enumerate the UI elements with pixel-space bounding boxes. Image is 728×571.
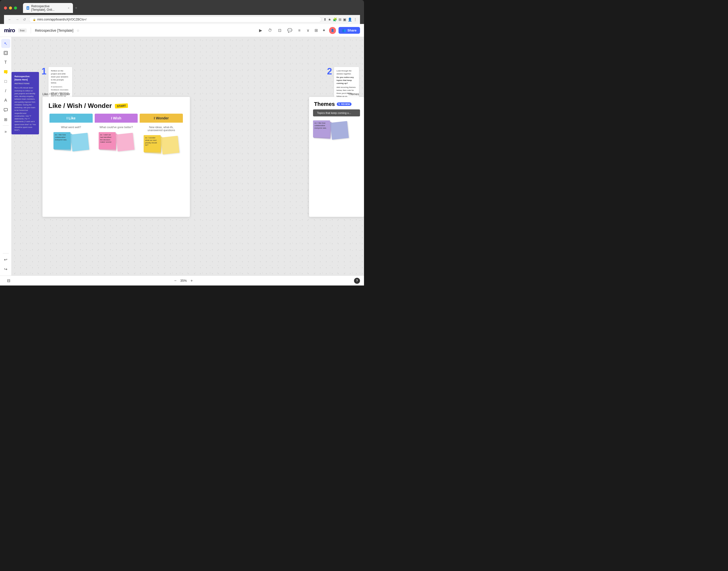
redo-btn[interactable]: ↪ xyxy=(1,264,10,273)
main-board: Like / Wish / Wonder START I Like I Wish… xyxy=(42,97,190,217)
chat-btn[interactable]: 💬 xyxy=(286,27,293,34)
tab-close-btn[interactable]: × xyxy=(68,6,70,9)
sidebar-toggle-icon[interactable]: ▣ xyxy=(343,17,346,21)
left-panel-title: Retrospective: [Name Here] xyxy=(14,75,36,81)
themes-label: Themes xyxy=(348,92,359,96)
wonder-stickies: ex: I wonder what our next priority shou… xyxy=(144,135,179,157)
profile-icon[interactable]: 👤 xyxy=(348,17,352,21)
traffic-light-yellow[interactable] xyxy=(9,6,12,9)
comment-tool[interactable] xyxy=(1,105,10,114)
play-btn[interactable]: ▶ xyxy=(258,27,263,34)
notes-btn[interactable]: ≡ xyxy=(297,27,302,34)
col-header-like: I Like xyxy=(49,114,93,123)
bookmark-icon[interactable]: ★ xyxy=(328,17,331,21)
col-like-subtitle: What went well? xyxy=(54,126,89,129)
user-avatar[interactable]: 👤 xyxy=(329,27,336,34)
col-wish-subtitle: What could've gone better? xyxy=(99,126,134,129)
cursor-share-btn[interactable]: ✦ xyxy=(321,27,326,34)
step2-number: 2 xyxy=(327,67,332,76)
address-bar[interactable]: 🔒 miro.com/app/board/uXjVOCZBCIs=/ xyxy=(29,16,321,22)
help-btn[interactable]: ? xyxy=(354,278,360,284)
zoom-in-btn[interactable]: + xyxy=(191,278,193,283)
tab-favicon: M xyxy=(26,6,29,10)
screen-share-btn[interactable]: ⊡ xyxy=(277,27,282,34)
new-tab-btn[interactable]: + xyxy=(75,6,77,10)
canvas[interactable]: Retrospective: [Name Here] Instructions … xyxy=(11,37,364,275)
header-tools-center: ▶ ⏱ ⊡ 💬 ≡ ∨ xyxy=(258,27,311,34)
board-main-title: Like / Wish / Wonder xyxy=(48,102,112,110)
shape-tool[interactable]: □ xyxy=(1,77,10,86)
start-badge: START xyxy=(115,103,128,108)
wish-sticky-group: ex: I wish we had identified the decisio… xyxy=(99,132,124,154)
themes-title-area: Themes ↻ REVIEW xyxy=(309,97,364,109)
app-area: miro free Retrospective [Template] ☆ ▶ ⏱… xyxy=(0,24,364,286)
traffic-light-green[interactable] xyxy=(14,6,17,9)
active-tab[interactable]: M Retrospective [Template], Onli... × xyxy=(23,3,73,13)
zoom-out-btn[interactable]: − xyxy=(174,278,176,283)
wish-sticky-text: ex: I wish we had identified the decisio… xyxy=(100,134,114,143)
extension-puzzle-icon[interactable]: 🧩 xyxy=(333,17,337,21)
wonder-sticky-front: ex: I wonder what our next priority shou… xyxy=(144,135,161,152)
wish-sticky-front: ex: I wish we had identified the decisio… xyxy=(99,132,116,149)
crop-tool[interactable]: ⊞ xyxy=(1,115,10,124)
left-panel-subtitle: Instructions xyxy=(14,82,36,85)
filter-btn[interactable]: ⊞ xyxy=(314,27,319,34)
toolbar-sep1 xyxy=(3,125,9,126)
review-text: REVIEW xyxy=(341,103,350,105)
eraser-tool[interactable]: A xyxy=(1,96,10,105)
share-icon-inner: 👥 xyxy=(342,28,346,32)
cursor-tool[interactable]: ↖ xyxy=(1,39,10,48)
step2-bold: Do you notice any topics that keep comin… xyxy=(336,76,356,85)
undo-btn[interactable]: ↩ xyxy=(1,255,10,264)
svg-rect-0 xyxy=(4,51,7,55)
wonder-sticky-group: ex: I wonder what our next priority shou… xyxy=(144,135,169,157)
bottom-bar: ⊟ − 35% + ? xyxy=(0,275,364,286)
more-tools-btn[interactable]: ∨ xyxy=(306,27,311,34)
review-icon: ↻ xyxy=(338,103,340,105)
themes-sticky-row: ex: I like how collaborative everyone wa… xyxy=(309,116,364,147)
themes-sticky-extra xyxy=(330,121,349,140)
browser-controls: M Retrospective [Template], Onli... × + xyxy=(4,3,360,13)
step1-text: Reflect on the project and write down yo… xyxy=(51,70,70,85)
left-panel: Retrospective: [Name Here] Instructions … xyxy=(11,72,39,134)
browser-titlebar: M Retrospective [Template], Onli... × + … xyxy=(0,0,364,24)
nav-actions: ⬆ ★ 🧩 ⊞ ▣ 👤 ⋮ xyxy=(323,17,357,21)
wonder-sticky-extra xyxy=(161,136,180,154)
review-badge: ↻ REVIEW xyxy=(337,102,351,106)
forward-btn[interactable]: → xyxy=(14,17,20,22)
extensions-icon[interactable]: ⊞ xyxy=(338,17,341,21)
more-tools[interactable]: » xyxy=(1,127,10,136)
sticky-tool[interactable] xyxy=(1,68,10,77)
themes-sticky-text: ex: I like how collaborative everyone wa… xyxy=(315,122,328,129)
left-toolbar: ↖ T □ / A ⊞ » ↩ ↪ xyxy=(0,37,11,275)
url-text: miro.com/app/board/uXjVOCZBCIs=/ xyxy=(37,18,86,21)
like-sticky-group: ex: I like how collaborative everyone wa… xyxy=(54,132,79,154)
col-wonder-subtitle: New ideas, what-ifs, unanswered question… xyxy=(144,126,179,132)
wish-stickies: ex: I wish we had identified the decisio… xyxy=(99,132,134,154)
free-badge: free xyxy=(18,28,27,32)
traffic-light-red[interactable] xyxy=(4,6,7,9)
share-icon[interactable]: ⬆ xyxy=(323,17,326,21)
themes-sticky-group: ex: I like how collaborative everyone wa… xyxy=(313,120,338,143)
sidebar-toggle-btn[interactable]: ⊟ xyxy=(4,276,13,285)
menu-icon[interactable]: ⋮ xyxy=(353,17,357,21)
tab-bar: M Retrospective [Template], Onli... × + xyxy=(23,3,360,13)
step1-number: 1 xyxy=(41,67,46,76)
board-header: Like / Wish / Wonder START xyxy=(42,97,190,114)
back-btn[interactable]: ← xyxy=(7,17,12,22)
frame-tool[interactable] xyxy=(1,48,10,58)
section-label: Like / Wish / Wonder xyxy=(42,92,70,96)
step2-body: Add recurring themes below, then vote fo… xyxy=(336,86,356,98)
header-tools-right: ⊞ ✦ 👤 👥 Share xyxy=(314,27,360,34)
share-button[interactable]: 👥 Share xyxy=(338,27,360,34)
wonder-sticky-text: ex: I wonder what our next priority shou… xyxy=(145,137,159,146)
timer-btn[interactable]: ⏱ xyxy=(267,27,273,34)
tab-title: Retrospective [Template], Onli... xyxy=(31,4,65,11)
board-title[interactable]: Retrospective [Template] xyxy=(35,28,74,32)
pen-tool[interactable]: / xyxy=(1,87,10,95)
refresh-btn[interactable]: ↺ xyxy=(22,17,27,22)
themes-sticky-front: ex: I like how collaborative everyone wa… xyxy=(313,120,330,137)
text-tool[interactable]: T xyxy=(1,58,10,67)
like-sticky-text: ex: I like how collaborative everyone wa… xyxy=(55,134,69,141)
star-icon[interactable]: ☆ xyxy=(77,28,80,32)
